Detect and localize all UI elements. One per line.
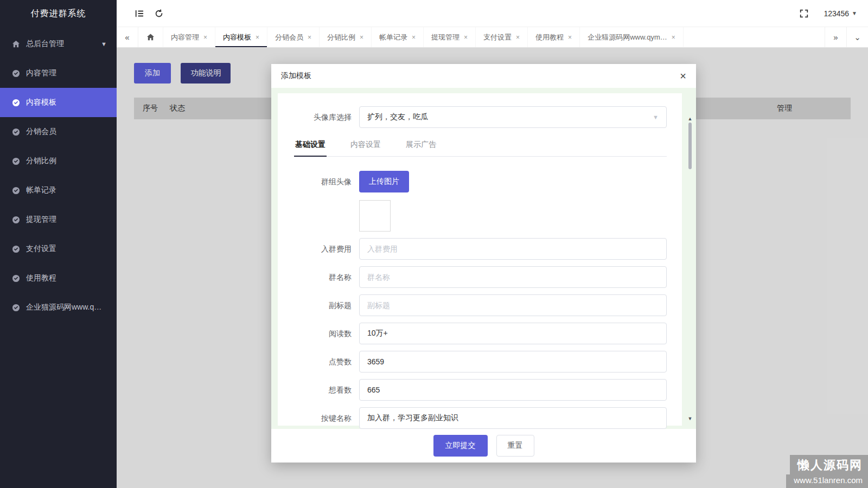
tab-label: 使用教程 xyxy=(535,33,564,42)
sidebar-item-withdraw-manage[interactable]: 提现管理 xyxy=(0,205,117,234)
tab-label: 分销会员 xyxy=(275,33,303,42)
read-count-row: 阅读数 xyxy=(293,323,667,344)
badge-check-icon xyxy=(12,303,21,312)
chevron-down-icon: ▼ xyxy=(653,114,659,120)
sidebar-item-content-manage[interactable]: 内容管理 xyxy=(0,59,117,88)
sidebar-item-label: 支付设置 xyxy=(26,244,56,254)
app-title: 付费进群系统 xyxy=(0,0,117,27)
like-count-label: 点赞数 xyxy=(293,351,352,373)
tab-label: 支付设置 xyxy=(483,33,512,42)
tab-distributor-ratio[interactable]: 分销比例× xyxy=(320,27,372,47)
reset-button[interactable]: 重置 xyxy=(496,435,534,457)
fee-label: 入群费用 xyxy=(293,238,352,260)
chevron-down-icon: ▼ xyxy=(852,10,857,16)
refresh-icon[interactable] xyxy=(149,4,169,23)
sidebar-item-source-site[interactable]: 企业猫源码网www.q… xyxy=(0,293,117,322)
button-name-row: 按键名称 xyxy=(293,407,667,429)
scrollbar-track[interactable] xyxy=(687,121,693,416)
fullscreen-icon[interactable] xyxy=(794,4,814,23)
tab-tutorial[interactable]: 使用教程× xyxy=(528,27,580,47)
tab-label: 分销比例 xyxy=(327,33,355,42)
tab-source-site[interactable]: 企业猫源码网www.qym…× xyxy=(580,27,684,47)
sidebar-item-label: 分销会员 xyxy=(26,127,56,137)
home-tab[interactable] xyxy=(138,27,163,47)
sidebar-item-label: 内容管理 xyxy=(26,68,56,78)
badge-check-icon xyxy=(12,157,21,165)
tab-label: 内容管理 xyxy=(171,33,199,42)
close-icon[interactable]: × xyxy=(412,34,416,41)
chevron-down-icon: ▼ xyxy=(101,41,107,47)
tab-content-manage[interactable]: 内容管理× xyxy=(163,27,215,47)
tab-distributor-member[interactable]: 分销会员× xyxy=(267,27,320,47)
read-count-label: 阅读数 xyxy=(293,323,352,344)
sidebar-item-tutorial[interactable]: 使用教程 xyxy=(0,264,117,293)
tabs-scroll-right-button[interactable]: » xyxy=(825,27,846,47)
tab-bill-record[interactable]: 帐单记录× xyxy=(372,27,424,47)
avatar-preview-placeholder xyxy=(359,200,391,232)
badge-check-icon xyxy=(12,215,21,224)
modal-title: 添加模板 xyxy=(281,71,311,81)
submit-button[interactable]: 立即提交 xyxy=(433,435,488,457)
collapse-sidebar-icon[interactable] xyxy=(130,4,149,23)
sidebar-item-label: 内容模板 xyxy=(26,98,56,107)
close-icon[interactable]: × xyxy=(680,70,686,81)
group-name-input[interactable] xyxy=(359,266,667,288)
want-see-count-row: 想看数 xyxy=(293,379,667,401)
subtitle-row: 副标题 xyxy=(293,294,667,316)
close-icon[interactable]: × xyxy=(308,34,311,41)
tab-label: 企业猫源码网www.qym… xyxy=(588,33,667,42)
modal-tabs: 基础设置 内容设置 展示广告 xyxy=(294,140,667,157)
close-icon[interactable]: × xyxy=(203,34,207,41)
sidebar-item-bill-record[interactable]: 帐单记录 xyxy=(0,176,117,205)
want-see-count-input[interactable] xyxy=(359,379,667,401)
button-name-input[interactable] xyxy=(359,407,667,429)
scroll-down-icon[interactable]: ▼ xyxy=(688,416,693,421)
close-icon[interactable]: × xyxy=(568,34,572,41)
upload-area: 上传图片 xyxy=(359,171,409,232)
badge-check-icon xyxy=(12,245,21,253)
tab-content-settings[interactable]: 内容设置 xyxy=(349,140,382,156)
tab-withdraw-manage[interactable]: 提现管理× xyxy=(424,27,476,47)
scrollbar-thumb[interactable] xyxy=(688,123,692,169)
add-template-modal: 添加模板 × 头像库选择 扩列，交友，吃瓜 ▼ 基础设置 内容设置 展示广告 群… xyxy=(271,64,696,463)
avatar-library-row: 头像库选择 扩列，交友，吃瓜 ▼ xyxy=(293,106,667,128)
home-icon xyxy=(12,40,21,48)
read-count-input[interactable] xyxy=(359,323,667,344)
open-tabs: 内容管理× 内容模板× 分销会员× 分销比例× 帐单记录× 提现管理× 支付设置… xyxy=(163,27,825,47)
close-icon[interactable]: × xyxy=(516,34,520,41)
sidebar-item-distributor-ratio[interactable]: 分销比例 xyxy=(0,146,117,176)
tab-basic-settings[interactable]: 基础设置 xyxy=(294,140,327,156)
close-icon[interactable]: × xyxy=(464,34,468,41)
user-menu[interactable]: 123456 ▼ xyxy=(824,9,857,18)
username: 123456 xyxy=(824,9,849,18)
avatar-library-label: 头像库选择 xyxy=(293,106,352,128)
scroll-up-icon[interactable]: ▲ xyxy=(688,116,693,121)
subtitle-input[interactable] xyxy=(359,294,667,316)
group-name-label: 群名称 xyxy=(293,266,352,288)
tab-content-template[interactable]: 内容模板× xyxy=(215,27,267,47)
tab-display-ads[interactable]: 展示广告 xyxy=(405,140,437,156)
close-icon[interactable]: × xyxy=(256,34,259,41)
watermark-title: 懒人源码网 xyxy=(790,455,868,474)
close-icon[interactable]: × xyxy=(360,34,363,41)
tabs-scroll-left-button[interactable]: « xyxy=(117,27,138,47)
tab-bar: « 内容管理× 内容模板× 分销会员× 分销比例× 帐单记录× 提现管理× 支付… xyxy=(117,27,868,48)
sidebar-item-distributor-member[interactable]: 分销会员 xyxy=(0,117,117,146)
sidebar-menu: 总后台管理 ▼ 内容管理 内容模板 分销会员 分销比例 帐单记录 xyxy=(0,29,117,322)
subtitle-label: 副标题 xyxy=(293,294,352,316)
sidebar-group-admin[interactable]: 总后台管理 ▼ xyxy=(0,29,117,59)
like-count-input[interactable] xyxy=(359,351,667,373)
sidebar-item-content-template[interactable]: 内容模板 xyxy=(0,88,117,117)
upload-image-button[interactable]: 上传图片 xyxy=(359,171,409,192)
avatar-library-select[interactable]: 扩列，交友，吃瓜 ▼ xyxy=(359,106,667,128)
tab-payment-settings[interactable]: 支付设置× xyxy=(476,27,528,47)
close-icon[interactable]: × xyxy=(672,34,675,41)
tab-label: 内容模板 xyxy=(223,33,251,42)
tabs-menu-button[interactable]: ⌄ xyxy=(846,27,868,47)
group-avatar-row: 群组头像 上传图片 xyxy=(293,171,667,232)
sidebar-item-payment-settings[interactable]: 支付设置 xyxy=(0,234,117,264)
fee-input[interactable] xyxy=(359,238,667,260)
avatar-library-value: 扩列，交友，吃瓜 xyxy=(367,112,428,122)
badge-check-icon xyxy=(12,186,21,195)
top-header: 123456 ▼ xyxy=(117,0,868,27)
